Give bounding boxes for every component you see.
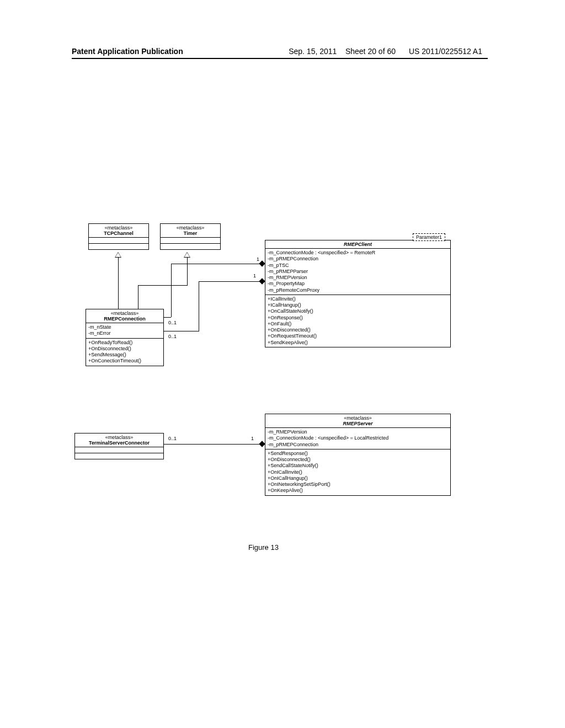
connector-line <box>171 264 172 317</box>
class-name: Timer <box>163 231 218 236</box>
connector-line <box>138 285 188 286</box>
header-sheet: Sheet 20 of 60 <box>345 47 396 56</box>
connector-line <box>187 258 188 285</box>
stereotype: «metaclass» <box>163 225 218 231</box>
figure-caption: Figure 13 <box>248 543 279 552</box>
class-rmepclient: RMEPClient -m_ConnectionMode : <unspecif… <box>265 240 451 347</box>
operations: +SendResponse() +OnDisconnected() +SendC… <box>265 449 450 495</box>
operations: +ICallInvite() +ICallHangup() +OnCallSta… <box>265 295 450 347</box>
class-name: RMEPServer <box>268 421 448 426</box>
multiplicity-label: 1 <box>251 436 254 441</box>
connector-line <box>138 285 138 309</box>
operations: +OnReadyToRead() +OnDisconnected() +Send… <box>86 339 163 366</box>
multiplicity-label: 0..1 <box>168 334 177 339</box>
connector-line <box>171 264 261 264</box>
stereotype: «metaclass» <box>77 435 161 440</box>
uml-diagram: «metaclass» TCPChannel «metaclass» Timer… <box>86 226 461 540</box>
connector-line <box>163 317 171 318</box>
header-right: Sep. 15, 2011 Sheet 20 of 60 US 2011/022… <box>289 47 482 56</box>
class-name: TCPChannel <box>91 231 146 236</box>
template-parameter: Parameter1 <box>413 233 445 241</box>
attributes: -m_ConnectionMode : <unspecified> = Remo… <box>265 249 450 295</box>
multiplicity-label: 1 <box>257 256 259 262</box>
header-date: Sep. 15, 2011 <box>289 47 337 56</box>
attributes: -m_RMEPVersion -m_ConnectionMode : <unsp… <box>265 428 450 449</box>
composition-diamond-icon <box>259 441 265 447</box>
composition-diamond-icon <box>259 260 265 266</box>
composition-diamond-icon <box>259 278 265 284</box>
connector-line <box>118 258 119 309</box>
class-terminalserverconnector: «metaclass» TerminalServerConnector <box>74 433 164 459</box>
header-rule <box>72 58 488 59</box>
stereotype: «metaclass» <box>91 225 146 231</box>
connector-line <box>199 281 261 282</box>
multiplicity-label: 0..1 <box>168 436 177 441</box>
class-name: RMEPConnection <box>88 316 161 322</box>
connector-line <box>163 444 261 445</box>
connector-line <box>199 281 199 331</box>
class-tcpchannel: «metaclass» TCPChannel <box>88 223 149 250</box>
generalization-arrow-icon <box>184 252 190 258</box>
class-rmepserver: «metaclass» RMEPServer -m_RMEPVersion -m… <box>265 414 451 496</box>
multiplicity-label: 1 <box>253 273 256 279</box>
stereotype: «metaclass» <box>268 415 448 421</box>
class-name: TerminalServerConnector <box>77 440 161 446</box>
stereotype: «metaclass» <box>88 311 161 316</box>
header-publication: Patent Application Publication <box>72 47 183 56</box>
class-name: RMEPClient <box>268 242 448 247</box>
attributes: -m_nState -m_nError <box>86 323 163 339</box>
header-pubno: US 2011/0225512 A1 <box>409 47 482 56</box>
class-timer: «metaclass» Timer <box>160 223 221 250</box>
multiplicity-label: 0..1 <box>168 320 177 325</box>
connector-line <box>163 331 199 331</box>
class-rmepconnection: «metaclass» RMEPConnection -m_nState -m_… <box>86 309 164 366</box>
generalization-arrow-icon <box>115 252 121 258</box>
